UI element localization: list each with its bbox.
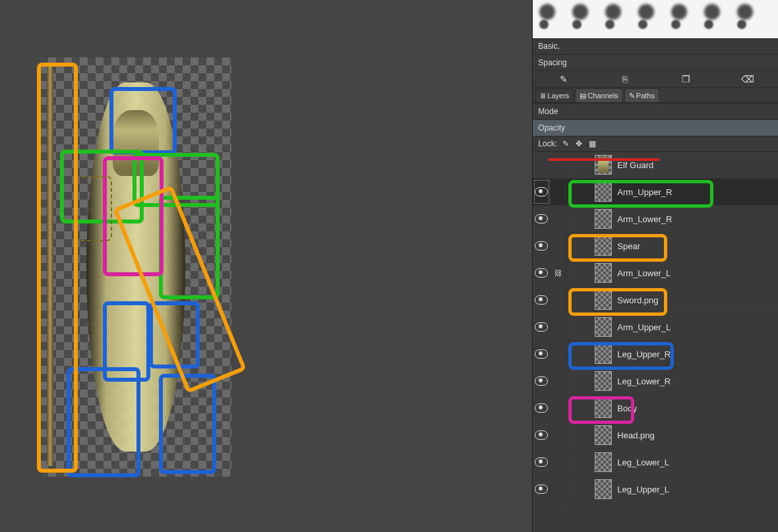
delete-brush-icon[interactable]: ⌫ <box>742 74 753 84</box>
tab-paths-label: Paths <box>636 92 655 100</box>
layer-name-label[interactable]: Sword.png <box>617 295 658 305</box>
layer-thumbnail[interactable] <box>595 452 612 472</box>
layer-row[interactable]: Elf Guard <box>533 152 778 179</box>
layer-name-label[interactable]: Leg_Lower_R <box>617 376 671 386</box>
layer-name-label[interactable]: Leg_Upper_L <box>617 485 669 494</box>
layer-link-toggle[interactable] <box>551 152 566 178</box>
layer-link-toggle[interactable] <box>551 449 566 475</box>
layer-mode-row[interactable]: Mode <box>533 103 778 120</box>
layer-visibility-toggle[interactable] <box>533 422 551 448</box>
layer-visibility-toggle[interactable] <box>533 395 551 421</box>
layer-visibility-toggle[interactable] <box>533 368 551 394</box>
layer-thumbnail[interactable] <box>595 290 612 310</box>
lock-label: Lock: <box>538 139 557 148</box>
layer-thumbnail[interactable] <box>595 236 612 256</box>
layer-thumbnail[interactable] <box>595 263 612 283</box>
dock-tabs: ≣ Layers ▤ Channels ✎ Paths <box>533 88 778 103</box>
tab-layers-label: Layers <box>547 92 569 100</box>
layers-list[interactable]: Elf GuardArm_Upper_RArm_Lower_RSpear⛓Arm… <box>533 152 778 532</box>
canvas-area[interactable] <box>0 0 532 532</box>
eye-icon <box>535 322 548 332</box>
layer-thumbnail[interactable] <box>595 398 612 418</box>
layer-thumbnail[interactable] <box>595 209 612 229</box>
layer-link-toggle[interactable] <box>551 233 566 259</box>
layer-name-label[interactable]: Spear <box>617 241 640 251</box>
layer-thumbnail[interactable] <box>595 182 612 202</box>
brush-name-row[interactable]: Basic, <box>533 38 778 55</box>
layer-thumbnail[interactable] <box>595 425 612 445</box>
layer-name-label[interactable]: Arm_Upper_R <box>617 187 672 197</box>
layer-visibility-toggle[interactable] <box>533 152 551 178</box>
channels-icon: ▤ <box>580 92 586 100</box>
layer-visibility-toggle[interactable] <box>533 341 551 367</box>
layer-visibility-toggle[interactable] <box>533 476 551 502</box>
chain-icon: ⛓ <box>554 269 562 277</box>
layer-name-label[interactable]: Body <box>617 403 637 413</box>
tab-paths[interactable]: ✎ Paths <box>624 88 659 102</box>
layer-row[interactable]: Leg_Upper_L <box>533 476 778 503</box>
layer-row[interactable]: Arm_Upper_R <box>533 179 778 206</box>
layer-name-label[interactable]: Leg_Upper_R <box>617 349 671 359</box>
layer-visibility-toggle[interactable] <box>533 287 551 313</box>
new-brush-icon[interactable]: ⎘ <box>620 74 630 84</box>
layer-visibility-toggle[interactable] <box>533 449 551 475</box>
layer-row[interactable]: ⛓Arm_Lower_L <box>533 260 778 287</box>
layers-icon: ≣ <box>540 92 546 100</box>
eye-icon <box>535 430 548 440</box>
layer-row[interactable]: Arm_Upper_L <box>533 314 778 341</box>
tab-layers[interactable]: ≣ Layers <box>535 88 574 102</box>
layer-link-toggle[interactable] <box>551 206 566 232</box>
layer-link-toggle[interactable] <box>551 422 566 448</box>
tab-channels[interactable]: ▤ Channels <box>575 88 622 102</box>
layer-name-label[interactable]: Leg_Lower_L <box>617 458 669 467</box>
brush-presets-strip[interactable] <box>533 0 778 38</box>
eye-icon <box>535 403 548 413</box>
layer-row[interactable]: Sword.png <box>533 287 778 314</box>
layer-name-label[interactable]: Arm_Upper_L <box>617 322 671 332</box>
layer-indent <box>566 314 595 340</box>
layer-visibility-toggle[interactable] <box>533 314 551 340</box>
layer-row[interactable]: Head.png <box>533 422 778 449</box>
layer-row[interactable]: Leg_Upper_R <box>533 341 778 368</box>
lock-paint-icon[interactable]: ✎ <box>561 139 570 148</box>
duplicate-brush-icon[interactable]: ❐ <box>681 74 692 84</box>
layer-name-label[interactable]: Arm_Lower_L <box>617 268 671 278</box>
layer-row[interactable]: Leg_Lower_L <box>533 449 778 476</box>
layer-link-toggle[interactable] <box>551 368 566 394</box>
layer-opacity-row[interactable]: Opacity <box>533 120 778 136</box>
edit-brush-icon[interactable]: ✎ <box>558 74 569 84</box>
layer-visibility-toggle[interactable] <box>533 206 551 232</box>
right-panel: Basic, Spacing ✎ ⎘ ❐ ⌫ ≣ Layers ▤ Channe… <box>532 0 778 532</box>
canvas-annotation-box <box>76 176 112 241</box>
layer-indent <box>566 233 595 259</box>
layer-name-label[interactable]: Head.png <box>617 430 654 440</box>
layer-thumbnail[interactable] <box>595 155 612 175</box>
layer-row[interactable]: Leg_Lower_R <box>533 368 778 395</box>
brush-spacing-row[interactable]: Spacing <box>533 55 778 71</box>
canvas-annotation-box <box>37 63 78 473</box>
layer-row[interactable]: Arm_Lower_R <box>533 206 778 233</box>
layer-link-toggle[interactable] <box>551 179 566 205</box>
layer-thumbnail[interactable] <box>595 317 612 337</box>
layer-link-toggle[interactable] <box>551 395 566 421</box>
layer-visibility-toggle[interactable] <box>533 260 551 286</box>
layer-link-toggle[interactable]: ⛓ <box>551 260 566 286</box>
layer-row[interactable]: Body <box>533 395 778 422</box>
layer-link-toggle[interactable] <box>551 341 566 367</box>
layer-link-toggle[interactable] <box>551 476 566 502</box>
layer-thumbnail[interactable] <box>595 344 612 364</box>
layer-visibility-toggle[interactable] <box>533 233 551 259</box>
layer-row[interactable]: Spear <box>533 233 778 260</box>
eye-icon <box>535 268 548 278</box>
layer-visibility-toggle[interactable] <box>533 179 551 205</box>
layer-name-label[interactable]: Arm_Lower_R <box>617 214 672 224</box>
layer-thumbnail[interactable] <box>595 479 612 499</box>
layer-link-toggle[interactable] <box>551 314 566 340</box>
workspace: Basic, Spacing ✎ ⎘ ❐ ⌫ ≣ Layers ▤ Channe… <box>0 0 778 532</box>
layer-thumbnail[interactable] <box>595 371 612 391</box>
lock-alpha-icon[interactable]: ▦ <box>587 139 597 148</box>
layer-link-toggle[interactable] <box>551 287 566 313</box>
eye-icon <box>535 485 548 494</box>
lock-move-icon[interactable]: ✥ <box>574 139 584 148</box>
layer-name-label[interactable]: Elf Guard <box>617 160 653 170</box>
